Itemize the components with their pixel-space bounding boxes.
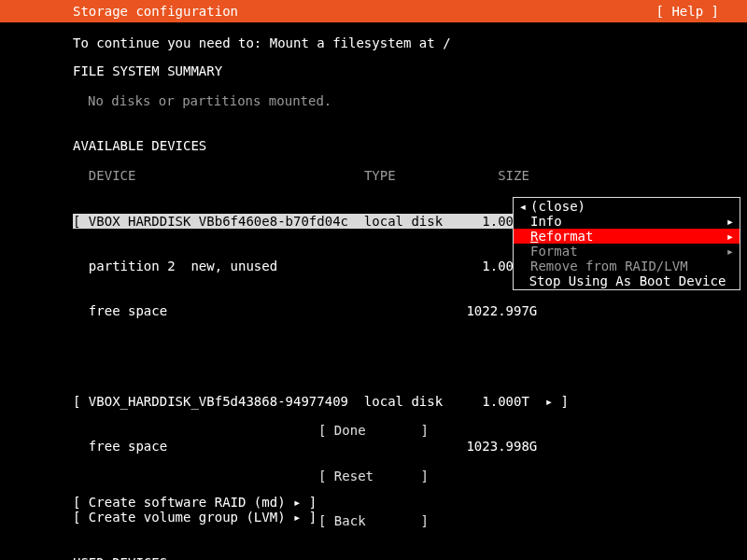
col-device: DEVICE — [89, 168, 136, 183]
menu-format: Format ▸ — [514, 244, 740, 259]
page-title: Storage configuration — [0, 4, 238, 19]
menu-format-label: Format — [529, 244, 725, 259]
menu-remove-label: Remove from RAID/LVM — [529, 259, 725, 273]
done-button[interactable]: [ Done ] — [0, 423, 747, 438]
menu-reformat[interactable]: Reformat ▸ — [514, 229, 740, 244]
reset-button[interactable]: [ Reset ] — [0, 469, 747, 483]
available-devices-title: AVAILABLE DEVICES — [73, 138, 747, 153]
help-button[interactable]: [ Help ] — [656, 4, 747, 19]
col-type: TYPE — [364, 168, 396, 183]
menu-stop-boot-device[interactable]: Stop Using As Boot Device — [514, 273, 740, 288]
device-1[interactable]: [ VBOX_HARDDISK_VBb6f460e8-b70fd04c loca… — [73, 214, 529, 229]
column-headers: DEVICE TYPE SIZE — [73, 168, 747, 183]
free-space-row[interactable]: free space 1022.997G — [73, 303, 747, 318]
menu-close[interactable]: ◂ (close) — [514, 199, 740, 214]
menu-info-label: Info — [529, 214, 725, 229]
menu-stopboot-label: Stop Using As Boot Device — [528, 273, 726, 288]
chevron-right-icon: ▸ — [725, 244, 736, 259]
navigation-buttons: [ Done ] [ Reset ] [ Back ] — [0, 393, 747, 543]
header-bar: Storage configuration [ Help ] — [0, 0, 747, 22]
back-button[interactable]: [ Back ] — [0, 513, 747, 528]
chevron-left-icon: ◂ — [517, 199, 529, 214]
menu-close-label: (close) — [529, 199, 725, 214]
used-devices-title: USED DEVICES — [73, 555, 747, 560]
chevron-right-icon: ▸ — [725, 229, 736, 244]
fs-summary-title: FILE SYSTEM SUMMARY — [73, 63, 747, 78]
menu-info[interactable]: Info ▸ — [514, 214, 740, 229]
instruction-text: To continue you need to: Mount a filesys… — [73, 35, 747, 50]
context-menu: ◂ (close) Info ▸ Reformat ▸ Format ▸ Rem… — [513, 197, 740, 290]
menu-remove-raid-lvm: Remove from RAID/LVM — [514, 259, 740, 273]
fs-summary-empty: No disks or partitions mounted. — [88, 93, 747, 108]
col-size: SIZE — [498, 168, 529, 183]
menu-reformat-label: Reformat — [529, 229, 725, 244]
chevron-right-icon: ▸ — [725, 214, 736, 229]
